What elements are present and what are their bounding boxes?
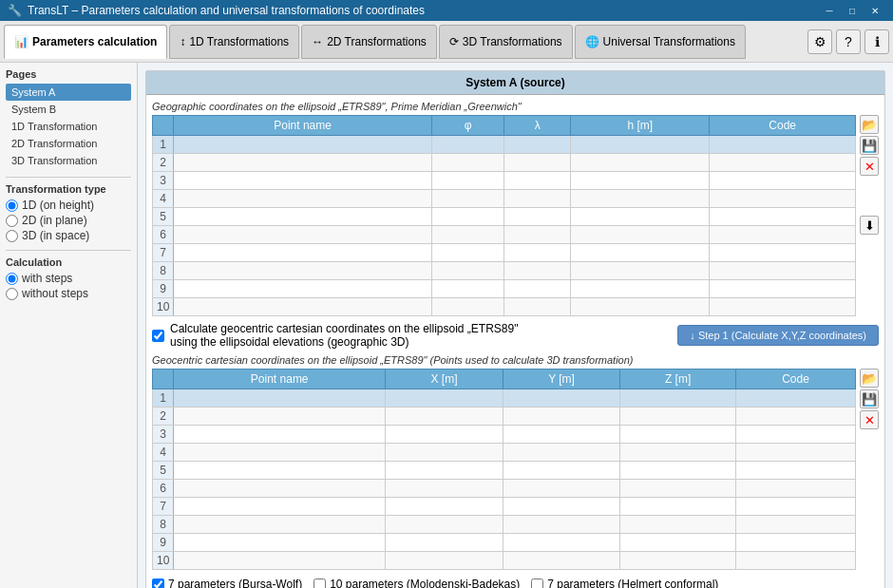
cell-7-4[interactable] [710, 244, 856, 262]
cell-1-3[interactable] [620, 389, 736, 408]
close-button[interactable]: ✕ [864, 3, 885, 18]
cell-3-1[interactable] [386, 426, 504, 444]
cell-5-1[interactable] [431, 208, 504, 226]
info-button[interactable]: ℹ [864, 29, 889, 54]
cell-5-0[interactable] [174, 462, 386, 480]
radio-1d[interactable] [6, 199, 18, 212]
cell-2-0[interactable] [174, 408, 386, 426]
cell-10-3[interactable] [571, 298, 710, 316]
radio-without-steps-label[interactable]: without steps [6, 287, 131, 300]
cell-3-2[interactable] [504, 172, 571, 190]
cell-3-4[interactable] [736, 426, 856, 444]
cell-3-0[interactable] [174, 172, 431, 190]
sidebar-item-2d[interactable]: 2D Transformation [6, 135, 131, 152]
cell-3-2[interactable] [503, 426, 619, 444]
cell-9-0[interactable] [174, 534, 386, 552]
cell-9-2[interactable] [504, 280, 571, 298]
cell-8-2[interactable] [504, 262, 571, 280]
cell-9-4[interactable] [736, 534, 856, 552]
cell-1-4[interactable] [710, 136, 856, 154]
table1-save-btn[interactable]: 💾 [860, 136, 879, 155]
cell-6-4[interactable] [710, 226, 856, 244]
sidebar-item-1d[interactable]: 1D Transformation [6, 118, 131, 135]
sidebar-item-system-b[interactable]: System B [6, 101, 131, 118]
help-button[interactable]: ? [836, 29, 861, 54]
radio-with-steps[interactable] [6, 273, 18, 285]
cell-5-3[interactable] [571, 208, 710, 226]
tab-1d[interactable]: ↕ 1D Transformations [169, 25, 299, 59]
cell-10-2[interactable] [503, 552, 619, 570]
maximize-button[interactable]: □ [842, 3, 863, 18]
cell-2-2[interactable] [503, 408, 619, 426]
cell-3-1[interactable] [431, 172, 504, 190]
cell-8-1[interactable] [386, 516, 504, 534]
cell-9-1[interactable] [431, 280, 504, 298]
cell-6-0[interactable] [174, 226, 431, 244]
cell-8-2[interactable] [503, 516, 619, 534]
cell-10-1[interactable] [386, 552, 504, 570]
cell-5-2[interactable] [504, 208, 571, 226]
tab-universal[interactable]: 🌐 Universal Transformations [575, 25, 746, 59]
cell-6-3[interactable] [620, 480, 736, 498]
cell-9-2[interactable] [503, 534, 619, 552]
cell-4-1[interactable] [386, 444, 504, 462]
sidebar-item-3d[interactable]: 3D Transformation [6, 152, 131, 169]
cell-7-3[interactable] [620, 498, 736, 516]
cell-8-1[interactable] [431, 262, 504, 280]
cell-1-1[interactable] [431, 136, 504, 154]
bursa-wolf-label[interactable]: 7 parameters (Bursa-Wolf) [152, 578, 302, 588]
radio-with-steps-label[interactable]: with steps [6, 272, 131, 285]
tab-params[interactable]: 📊 Parameters calculation [4, 25, 167, 59]
cell-6-2[interactable] [504, 226, 571, 244]
cell-10-4[interactable] [710, 298, 856, 316]
cell-7-0[interactable] [174, 498, 386, 516]
radio-2d[interactable] [6, 215, 18, 227]
cell-4-4[interactable] [710, 190, 856, 208]
cell-4-0[interactable] [174, 444, 386, 462]
cell-2-1[interactable] [386, 408, 504, 426]
cell-7-2[interactable] [503, 498, 619, 516]
cell-6-1[interactable] [431, 226, 504, 244]
cell-10-4[interactable] [736, 552, 856, 570]
cell-4-2[interactable] [503, 444, 619, 462]
cell-9-0[interactable] [174, 280, 431, 298]
radio-3d-label[interactable]: 3D (in space) [6, 229, 131, 242]
cell-7-1[interactable] [431, 244, 504, 262]
cell-4-2[interactable] [504, 190, 571, 208]
cell-6-3[interactable] [571, 226, 710, 244]
cell-2-3[interactable] [571, 154, 710, 172]
cell-2-2[interactable] [504, 154, 571, 172]
cell-2-0[interactable] [174, 154, 431, 172]
minimize-button[interactable]: ─ [819, 3, 840, 18]
geocentric-checkbox[interactable] [152, 330, 164, 342]
cell-7-2[interactable] [504, 244, 571, 262]
cell-6-0[interactable] [174, 480, 386, 498]
cell-8-4[interactable] [710, 262, 856, 280]
cell-8-0[interactable] [174, 262, 431, 280]
cell-8-4[interactable] [736, 516, 856, 534]
cell-10-2[interactable] [504, 298, 571, 316]
cell-10-3[interactable] [620, 552, 736, 570]
cell-7-0[interactable] [174, 244, 431, 262]
radio-without-steps[interactable] [6, 288, 18, 300]
cell-4-4[interactable] [736, 444, 856, 462]
tab-2d[interactable]: ↔ 2D Transformations [301, 25, 437, 59]
cell-4-0[interactable] [174, 190, 431, 208]
cell-1-4[interactable] [736, 389, 856, 408]
cell-1-0[interactable] [174, 136, 431, 154]
cell-5-2[interactable] [503, 462, 619, 480]
cell-6-2[interactable] [503, 480, 619, 498]
table2-clear-btn[interactable]: ✕ [860, 410, 879, 429]
bursa-wolf-checkbox[interactable] [152, 579, 164, 589]
table1-import-btn[interactable]: 📂 [860, 115, 879, 134]
helmert-label[interactable]: 7 parameters (Helmert conformal) [531, 578, 718, 588]
cell-3-3[interactable] [620, 426, 736, 444]
cell-2-4[interactable] [736, 408, 856, 426]
cell-8-0[interactable] [174, 516, 386, 534]
cell-5-4[interactable] [710, 208, 856, 226]
cell-7-4[interactable] [736, 498, 856, 516]
cell-8-3[interactable] [620, 516, 736, 534]
cell-4-1[interactable] [431, 190, 504, 208]
cell-5-4[interactable] [736, 462, 856, 480]
cell-3-4[interactable] [710, 172, 856, 190]
